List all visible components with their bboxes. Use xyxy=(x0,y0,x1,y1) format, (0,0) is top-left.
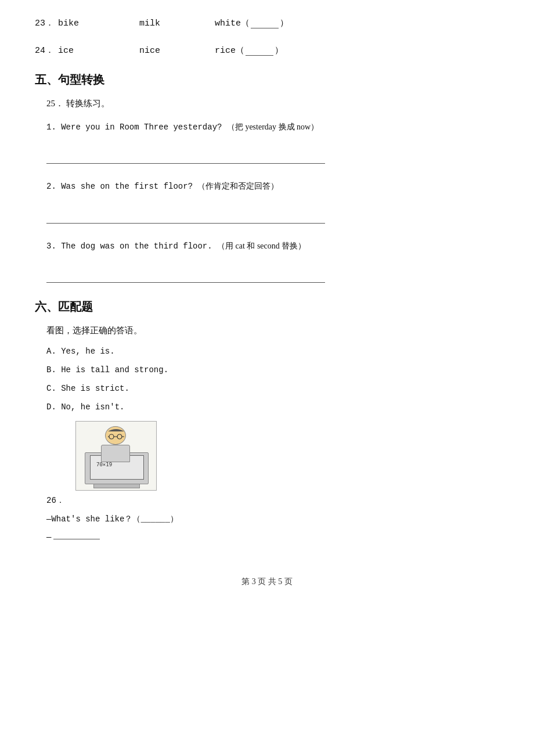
q24-num: 24． xyxy=(35,45,58,56)
section6-title: 六、匹配题 xyxy=(35,299,499,315)
transform-q1: 1. Were you in Room Three yesterday? （把 … xyxy=(46,121,499,134)
option-c: C. She is strict. xyxy=(46,384,499,393)
section5-title: 五、句型转换 xyxy=(35,72,499,88)
section6-instruction: 看图，选择正确的答语。 xyxy=(46,325,499,336)
transform-q3-text: 3. The dog was on the third floor. （用 ca… xyxy=(46,240,499,253)
q23-word3: white（） xyxy=(215,17,288,28)
person-head xyxy=(105,426,126,445)
q1-answer-line[interactable] xyxy=(46,154,325,164)
q24-blank[interactable] xyxy=(246,55,273,56)
desk-base xyxy=(93,484,140,488)
svg-point-0 xyxy=(109,434,114,439)
question-24: 24． ice nice rice（） xyxy=(35,45,499,56)
teacher-illustration: 70×19 xyxy=(75,421,157,491)
q26-num: 26． xyxy=(46,495,64,506)
q23-word2: milk xyxy=(139,19,215,28)
option-b: B. He is tall and strong. xyxy=(46,365,499,375)
q24-word3: rice（） xyxy=(215,45,283,56)
q2-answer-line[interactable] xyxy=(46,214,325,224)
q23-blank[interactable] xyxy=(251,28,279,28)
transform-q1-text: 1. Were you in Room Three yesterday? （把 … xyxy=(46,121,499,134)
glasses-icon xyxy=(108,434,124,440)
q24-word2: nice xyxy=(139,46,215,56)
q23-num: 23． xyxy=(35,17,58,28)
q26-short-answer: — xyxy=(46,532,499,542)
hair-icon xyxy=(106,427,127,433)
section5-instruction: 25． 转换练习。 xyxy=(46,98,499,109)
transform-q2-text: 2. Was she on the first floor? （作肯定和否定回答… xyxy=(46,180,499,193)
q24-word1: ice xyxy=(58,46,139,56)
transform-q3: 3. The dog was on the third floor. （用 ca… xyxy=(46,240,499,253)
question-23: 23． bike milk white（） xyxy=(35,17,499,28)
answer-dash: — xyxy=(46,532,51,542)
person-body xyxy=(101,445,130,462)
transform-q2: 2. Was she on the first floor? （作肯定和否定回答… xyxy=(46,180,499,193)
q26-row: 26． xyxy=(46,495,499,506)
q23-word1: bike xyxy=(58,19,139,28)
q26-answer-blank[interactable] xyxy=(53,539,100,539)
illustration-area: 70×19 xyxy=(75,421,157,491)
option-d: D. No, he isn't. xyxy=(46,402,499,412)
q3-answer-line[interactable] xyxy=(46,273,325,283)
option-a: A. Yes, he is. xyxy=(46,347,499,356)
screen-label: 70×19 xyxy=(96,462,112,467)
svg-point-1 xyxy=(117,434,122,439)
page-footer: 第 3 页 共 5 页 xyxy=(35,577,499,587)
q26-question: —What's she like？（______） xyxy=(46,514,499,524)
